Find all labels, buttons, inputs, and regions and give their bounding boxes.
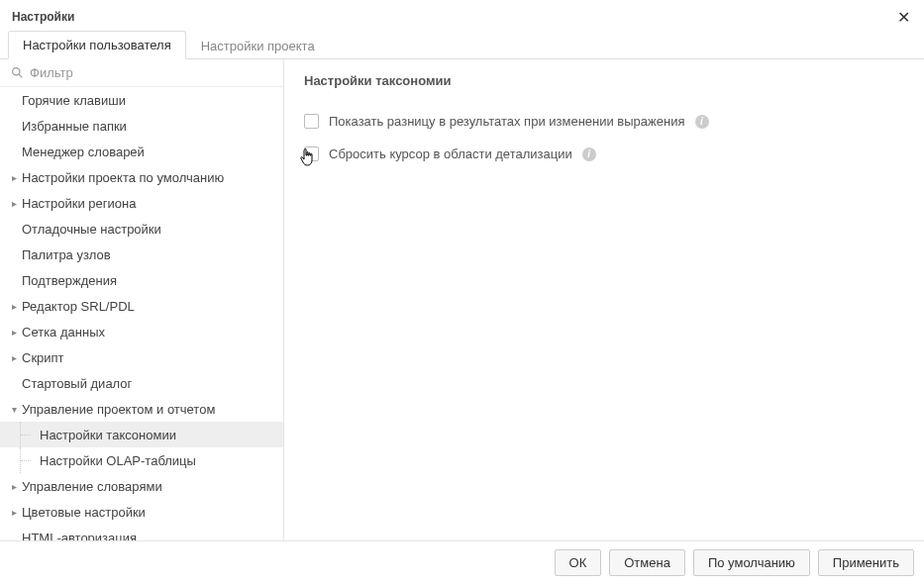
caret-right-icon: ▸	[8, 507, 20, 518]
caret-down-icon: ▾	[8, 404, 20, 415]
tree-item-hotkeys[interactable]: ▸Горячие клавиши	[0, 87, 283, 113]
option-reset-cursor: Сбросить курсор в области детализации i	[304, 146, 904, 161]
tab-project-settings[interactable]: Настройки проекта	[186, 32, 330, 59]
tree-branch-icon	[20, 447, 38, 473]
option-label: Показать разницу в результатах при измен…	[329, 114, 685, 129]
caret-right-icon: ▸	[8, 172, 20, 183]
apply-button[interactable]: Применить	[818, 549, 914, 576]
sidebar: ▸Горячие клавиши ▸Избранные папки ▸Менед…	[0, 59, 284, 540]
tree-item-srl-pdl-editor[interactable]: ▸Редактор SRL/PDL	[0, 293, 283, 319]
info-icon[interactable]: i	[582, 147, 596, 161]
window-title: Настройки	[12, 10, 74, 24]
dialog-footer: ОК Отмена По умолчанию Применить	[0, 540, 924, 584]
filter-input[interactable]	[30, 65, 273, 80]
tree-item-debug-settings[interactable]: ▸Отладочные настройки	[0, 216, 283, 242]
caret-right-icon: ▸	[8, 301, 20, 312]
checkbox-show-diff[interactable]	[304, 114, 319, 129]
ok-button[interactable]: ОК	[555, 549, 602, 576]
dialog-body: ▸Горячие клавиши ▸Избранные папки ▸Менед…	[0, 59, 924, 540]
tabs: Настройки пользователя Настройки проекта	[0, 32, 924, 59]
svg-point-0	[12, 68, 19, 75]
tree-item-color-settings[interactable]: ▸Цветовые настройки	[0, 499, 283, 525]
tab-user-settings[interactable]: Настройки пользователя	[8, 31, 186, 59]
tree-branch-icon	[20, 422, 38, 447]
defaults-button[interactable]: По умолчанию	[693, 549, 810, 576]
tree-item-confirmations[interactable]: ▸Подтверждения	[0, 267, 283, 293]
checkbox-reset-cursor[interactable]	[304, 146, 319, 161]
tree-item-node-palette[interactable]: ▸Палитра узлов	[0, 242, 283, 267]
tree-item-dictionary-manager[interactable]: ▸Менеджер словарей	[0, 139, 283, 164]
caret-right-icon: ▸	[8, 327, 20, 338]
tree-item-favorite-folders[interactable]: ▸Избранные папки	[0, 113, 283, 139]
tree-item-script[interactable]: ▸Скрипт	[0, 344, 283, 370]
tree-item-taxonomy-settings[interactable]: Настройки таксономии	[0, 422, 283, 447]
content-panel: Настройки таксономии Показать разницу в …	[284, 59, 924, 540]
cancel-button[interactable]: Отмена	[609, 549, 685, 576]
info-icon[interactable]: i	[695, 115, 709, 129]
titlebar: Настройки ✕	[0, 0, 924, 32]
section-title: Настройки таксономии	[304, 73, 904, 88]
settings-dialog: Настройки ✕ Настройки пользователя Настр…	[0, 0, 924, 584]
option-label: Сбросить курсор в области детализации	[329, 146, 572, 161]
tree-item-project-report-management[interactable]: ▾Управление проектом и отчетом	[0, 396, 283, 422]
tree-item-html-authorization[interactable]: ▸HTML-авторизация	[0, 525, 283, 540]
tree-item-start-dialog[interactable]: ▸Стартовый диалог	[0, 370, 283, 396]
option-show-diff: Показать разницу в результатах при измен…	[304, 114, 904, 129]
close-icon[interactable]: ✕	[894, 8, 912, 27]
caret-right-icon: ▸	[8, 352, 20, 363]
svg-line-1	[19, 74, 22, 77]
tree-item-region-settings[interactable]: ▸Настройки региона	[0, 190, 283, 216]
caret-right-icon: ▸	[8, 481, 20, 492]
settings-tree[interactable]: ▸Горячие клавиши ▸Избранные папки ▸Менед…	[0, 87, 283, 540]
tree-item-default-project-settings[interactable]: ▸Настройки проекта по умолчанию	[0, 164, 283, 190]
caret-right-icon: ▸	[8, 198, 20, 209]
tree-item-olap-settings[interactable]: Настройки OLAP-таблицы	[0, 447, 283, 473]
search-icon	[10, 66, 24, 80]
tree-item-dictionary-management[interactable]: ▸Управление словарями	[0, 473, 283, 499]
tree-item-data-grid[interactable]: ▸Сетка данных	[0, 319, 283, 344]
filter-row	[0, 59, 283, 87]
